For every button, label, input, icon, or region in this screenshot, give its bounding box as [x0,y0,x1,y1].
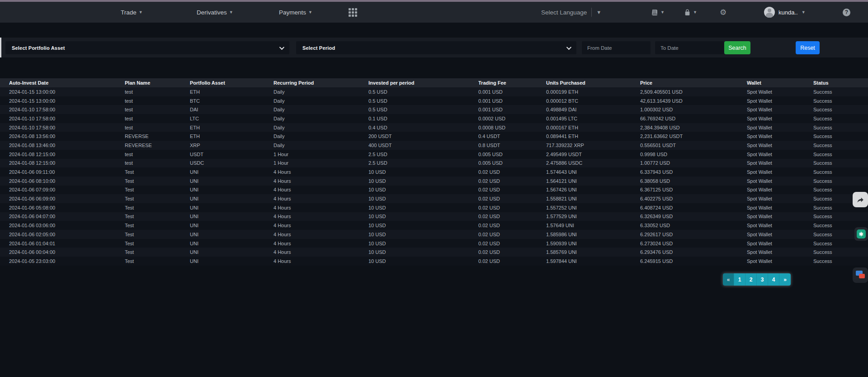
pagination-page-button[interactable]: 4 [768,273,779,286]
table-row[interactable]: 2024-01-08 12:15:00testUSDT1 Hour2.5 USD… [0,150,868,159]
table-cell: Test [125,212,190,221]
chevron-down-icon: ▼ [139,10,143,14]
pagination-page-button[interactable]: 1 [734,273,745,286]
column-header: Wallet [747,78,813,87]
table-cell: 0.001495 LTC [546,114,640,123]
table-cell: Spot Wallet [747,114,813,123]
table-cell: Spot Wallet [747,221,813,230]
table-cell: 10 USD [368,212,478,221]
table-cell: 0.4 USDT [478,132,546,141]
user-menu[interactable]: kunda.. ▼ [764,2,806,23]
table-cell: test [125,96,190,105]
table-row[interactable]: 2024-01-06 04:07:00TestUNI4 Hours10 USD0… [0,212,868,221]
chevron-down-icon: ▼ [802,10,806,14]
pagination-prev-button[interactable]: « [723,273,734,286]
table-cell: 0.0002 USD [478,114,546,123]
table-cell: 1 Hour [274,159,368,168]
table-row[interactable]: 2024-01-06 05:08:00TestUNI4 Hours10 USD0… [0,203,868,212]
table-row[interactable]: 2024-01-15 13:00:00testBTCDaily0.5 USD0.… [0,96,868,105]
nav-item-payments[interactable]: Payments ▼ [279,2,312,23]
portfolio-asset-select[interactable]: Select Portfolio Asset [5,41,289,54]
table-cell: 10 USD [368,177,478,186]
table-row[interactable]: 2024-01-15 13:00:00testETHDaily0.5 USD0.… [0,87,868,96]
share-widget-button[interactable] [853,192,868,207]
nav-item-label: Derivatives [197,9,227,16]
table-cell: UNI [190,167,274,177]
table-cell: UNI [190,257,274,266]
table-cell: 1.590939 UNI [546,239,640,248]
table-cell: 2024-01-06 09:11:00 [0,167,125,177]
table-row[interactable]: 2024-01-06 07:09:00TestUNI4 Hours10 USD0… [0,186,868,195]
table-cell: 2024-01-06 03:06:00 [0,221,125,230]
table-cell: Test [125,239,190,248]
table-cell: UNI [190,186,274,195]
table-cell: Spot Wallet [747,203,813,212]
table-cell: 10 USD [368,221,478,230]
table-cell: Daily [274,132,368,141]
language-dropdown-icon[interactable]: ▼ [596,10,601,15]
table-row[interactable]: 2024-01-08 12:15:00testUSDC1 Hour2.5 USD… [0,159,868,168]
column-header: Status [813,78,868,87]
table-cell: 4 Hours [274,212,368,221]
period-select[interactable]: Select Period [296,41,576,54]
table-row[interactable]: 2024-01-06 08:10:00TestUNI4 Hours10 USD0… [0,177,868,186]
pagination-page-button[interactable]: 2 [745,273,757,286]
nav-item-derivatives[interactable]: Derivatives ▼ [197,2,233,23]
from-date-input[interactable] [582,41,651,54]
table-cell: 6.326349 USD [640,212,747,221]
to-date-input[interactable] [655,41,724,54]
chat-widget-button[interactable] [853,267,868,283]
table-cell: 6.367125 USD [640,186,747,195]
table-row[interactable]: 2024-01-08 13:56:00REVERSEETHDaily200 US… [0,132,868,141]
chevron-down-icon: ▼ [308,10,312,14]
table-row[interactable]: 2024-01-06 00:04:00TestUNI4 Hours10 USD0… [0,248,868,257]
table-cell: 0.02 USD [478,203,546,212]
table-row[interactable]: 2024-01-06 02:05:00TestUNI4 Hours10 USD0… [0,230,868,239]
settings-menu[interactable]: ⚙ [720,2,726,23]
table-row[interactable]: 2024-01-10 17:58:00testLTCDaily0.1 USD0.… [0,114,868,123]
table-cell: Success [813,212,868,221]
table-cell: 1.577529 UNI [546,212,640,221]
table-row[interactable]: 2024-01-08 13:46:00REVERESEXRPDaily400 U… [0,141,868,150]
table-cell: ETH [190,87,274,96]
orders-book-menu[interactable]: ▼ [651,2,665,23]
assistant-icon: ✱ [857,229,866,239]
pagination-page-button[interactable]: 3 [757,273,768,286]
table-cell: 1.585769 UNI [546,248,640,257]
chat-bubble-red-icon [859,274,865,278]
table-cell: Success [813,87,868,96]
table-row[interactable]: 2024-01-10 17:58:00testDAIDaily0.5 USD0.… [0,105,868,114]
table-cell: 6.408724 USD [640,203,747,212]
table-row[interactable]: 2024-01-05 23:03:00TestUNI4 Hours10 USD0… [0,257,868,266]
table-cell: UNI [190,230,274,239]
table-row[interactable]: 2024-01-06 06:09:00TestUNI4 Hours10 USD0… [0,194,868,203]
search-button[interactable]: Search [724,41,750,54]
table-row[interactable]: 2024-01-10 17:58:00testETHDaily0.4 USD0.… [0,123,868,132]
table-cell: Test [125,177,190,186]
help-icon: ? [843,9,850,16]
table-cell: 0.089441 ETH [546,132,640,141]
chevron-down-icon: ▼ [229,10,233,14]
pagination-next-button[interactable]: » [779,273,791,286]
table-cell: Spot Wallet [747,239,813,248]
table-row[interactable]: 2024-01-06 03:06:00TestUNI4 Hours10 USD0… [0,221,868,230]
language-selector[interactable]: Select Language ▼ [541,2,601,23]
table-cell: Test [125,194,190,203]
table-cell: 1.00772 USD [640,159,747,168]
nav-item-trade[interactable]: Trade ▼ [121,2,143,23]
apps-grid-icon[interactable] [349,8,357,17]
table-cell: 0.5 USD [368,96,478,105]
table-cell: 0.000167 ETH [546,123,640,132]
wallet-bag-menu[interactable]: ▼ [684,2,697,23]
table-cell: Success [813,132,868,141]
table-row[interactable]: 2024-01-06 09:11:00TestUNI4 Hours10 USD0… [0,167,868,177]
table-cell: 2024-01-10 17:58:00 [0,123,125,132]
table-cell: 42,613.16439 USD [640,96,747,105]
table-cell: Daily [274,105,368,114]
assistant-widget-button[interactable]: ✱ [854,227,868,241]
column-header: Price [640,78,747,87]
table-cell: 10 USD [368,194,478,203]
help-menu[interactable]: ? [843,2,850,23]
reset-button[interactable]: Reset [796,41,820,54]
table-row[interactable]: 2024-01-06 01:04:01TestUNI4 Hours10 USD0… [0,239,868,248]
